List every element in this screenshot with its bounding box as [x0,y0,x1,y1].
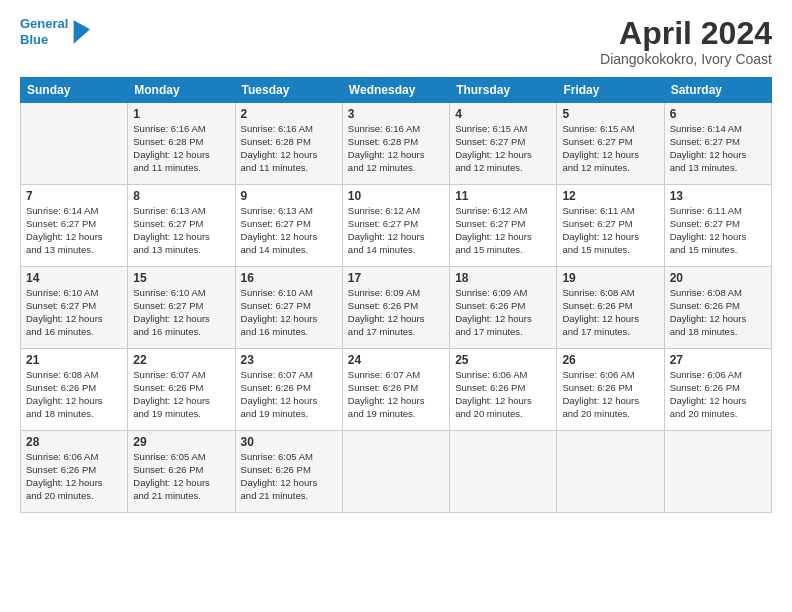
calendar-cell [450,431,557,513]
day-number: 17 [348,271,444,285]
col-header-friday: Friday [557,78,664,103]
title-section: April 2024 Diangokokokro, Ivory Coast [600,16,772,67]
day-number: 28 [26,435,122,449]
calendar-cell: 14Sunrise: 6:10 AMSunset: 6:27 PMDayligh… [21,267,128,349]
calendar-cell: 1Sunrise: 6:16 AMSunset: 6:28 PMDaylight… [128,103,235,185]
day-number: 10 [348,189,444,203]
day-info: Sunrise: 6:13 AMSunset: 6:27 PMDaylight:… [241,205,337,256]
calendar-cell: 10Sunrise: 6:12 AMSunset: 6:27 PMDayligh… [342,185,449,267]
day-info: Sunrise: 6:05 AMSunset: 6:26 PMDaylight:… [133,451,229,502]
calendar-cell [557,431,664,513]
calendar-cell [664,431,771,513]
day-info: Sunrise: 6:07 AMSunset: 6:26 PMDaylight:… [241,369,337,420]
day-number: 6 [670,107,766,121]
day-number: 15 [133,271,229,285]
day-info: Sunrise: 6:10 AMSunset: 6:27 PMDaylight:… [241,287,337,338]
calendar-cell: 19Sunrise: 6:08 AMSunset: 6:26 PMDayligh… [557,267,664,349]
col-header-saturday: Saturday [664,78,771,103]
day-number: 19 [562,271,658,285]
day-number: 3 [348,107,444,121]
day-number: 11 [455,189,551,203]
col-header-sunday: Sunday [21,78,128,103]
day-number: 13 [670,189,766,203]
day-info: Sunrise: 6:13 AMSunset: 6:27 PMDaylight:… [133,205,229,256]
week-row-3: 14Sunrise: 6:10 AMSunset: 6:27 PMDayligh… [21,267,772,349]
day-number: 21 [26,353,122,367]
calendar-cell: 26Sunrise: 6:06 AMSunset: 6:26 PMDayligh… [557,349,664,431]
calendar-cell: 20Sunrise: 6:08 AMSunset: 6:26 PMDayligh… [664,267,771,349]
calendar-cell: 4Sunrise: 6:15 AMSunset: 6:27 PMDaylight… [450,103,557,185]
logo-icon [70,20,90,44]
day-info: Sunrise: 6:08 AMSunset: 6:26 PMDaylight:… [562,287,658,338]
day-number: 12 [562,189,658,203]
day-number: 30 [241,435,337,449]
day-info: Sunrise: 6:07 AMSunset: 6:26 PMDaylight:… [133,369,229,420]
col-header-monday: Monday [128,78,235,103]
day-info: Sunrise: 6:16 AMSunset: 6:28 PMDaylight:… [241,123,337,174]
header-row: SundayMondayTuesdayWednesdayThursdayFrid… [21,78,772,103]
calendar-cell: 16Sunrise: 6:10 AMSunset: 6:27 PMDayligh… [235,267,342,349]
logo-text: General Blue [20,16,68,47]
day-number: 8 [133,189,229,203]
calendar-cell: 9Sunrise: 6:13 AMSunset: 6:27 PMDaylight… [235,185,342,267]
calendar-cell: 11Sunrise: 6:12 AMSunset: 6:27 PMDayligh… [450,185,557,267]
logo-line2: Blue [20,32,48,47]
day-info: Sunrise: 6:11 AMSunset: 6:27 PMDaylight:… [562,205,658,256]
week-row-2: 7Sunrise: 6:14 AMSunset: 6:27 PMDaylight… [21,185,772,267]
calendar-cell: 23Sunrise: 6:07 AMSunset: 6:26 PMDayligh… [235,349,342,431]
day-info: Sunrise: 6:10 AMSunset: 6:27 PMDaylight:… [133,287,229,338]
calendar-cell: 29Sunrise: 6:05 AMSunset: 6:26 PMDayligh… [128,431,235,513]
day-number: 9 [241,189,337,203]
day-info: Sunrise: 6:09 AMSunset: 6:26 PMDaylight:… [455,287,551,338]
day-info: Sunrise: 6:09 AMSunset: 6:26 PMDaylight:… [348,287,444,338]
calendar-cell: 21Sunrise: 6:08 AMSunset: 6:26 PMDayligh… [21,349,128,431]
location: Diangokokokro, Ivory Coast [600,51,772,67]
week-row-1: 1Sunrise: 6:16 AMSunset: 6:28 PMDaylight… [21,103,772,185]
day-number: 27 [670,353,766,367]
day-number: 29 [133,435,229,449]
calendar-cell: 15Sunrise: 6:10 AMSunset: 6:27 PMDayligh… [128,267,235,349]
header: General Blue April 2024 Diangokokokro, I… [20,16,772,67]
svg-marker-0 [74,20,90,44]
day-number: 25 [455,353,551,367]
day-number: 18 [455,271,551,285]
calendar-cell: 6Sunrise: 6:14 AMSunset: 6:27 PMDaylight… [664,103,771,185]
day-info: Sunrise: 6:06 AMSunset: 6:26 PMDaylight:… [455,369,551,420]
day-number: 20 [670,271,766,285]
day-info: Sunrise: 6:14 AMSunset: 6:27 PMDaylight:… [26,205,122,256]
day-number: 14 [26,271,122,285]
day-info: Sunrise: 6:15 AMSunset: 6:27 PMDaylight:… [455,123,551,174]
day-info: Sunrise: 6:12 AMSunset: 6:27 PMDaylight:… [348,205,444,256]
month-title: April 2024 [600,16,772,51]
day-info: Sunrise: 6:16 AMSunset: 6:28 PMDaylight:… [133,123,229,174]
day-info: Sunrise: 6:06 AMSunset: 6:26 PMDaylight:… [26,451,122,502]
day-number: 4 [455,107,551,121]
day-info: Sunrise: 6:15 AMSunset: 6:27 PMDaylight:… [562,123,658,174]
calendar-cell [342,431,449,513]
calendar-cell: 12Sunrise: 6:11 AMSunset: 6:27 PMDayligh… [557,185,664,267]
day-info: Sunrise: 6:10 AMSunset: 6:27 PMDaylight:… [26,287,122,338]
day-number: 16 [241,271,337,285]
day-number: 5 [562,107,658,121]
calendar-cell: 18Sunrise: 6:09 AMSunset: 6:26 PMDayligh… [450,267,557,349]
day-info: Sunrise: 6:14 AMSunset: 6:27 PMDaylight:… [670,123,766,174]
calendar-cell: 30Sunrise: 6:05 AMSunset: 6:26 PMDayligh… [235,431,342,513]
calendar-cell [21,103,128,185]
page: General Blue April 2024 Diangokokokro, I… [0,0,792,612]
calendar-cell: 7Sunrise: 6:14 AMSunset: 6:27 PMDaylight… [21,185,128,267]
day-number: 2 [241,107,337,121]
calendar-cell: 2Sunrise: 6:16 AMSunset: 6:28 PMDaylight… [235,103,342,185]
day-number: 1 [133,107,229,121]
calendar-cell: 13Sunrise: 6:11 AMSunset: 6:27 PMDayligh… [664,185,771,267]
day-info: Sunrise: 6:05 AMSunset: 6:26 PMDaylight:… [241,451,337,502]
logo-line1: General [20,16,68,31]
calendar-cell: 28Sunrise: 6:06 AMSunset: 6:26 PMDayligh… [21,431,128,513]
day-number: 23 [241,353,337,367]
day-info: Sunrise: 6:08 AMSunset: 6:26 PMDaylight:… [26,369,122,420]
week-row-4: 21Sunrise: 6:08 AMSunset: 6:26 PMDayligh… [21,349,772,431]
col-header-wednesday: Wednesday [342,78,449,103]
day-info: Sunrise: 6:06 AMSunset: 6:26 PMDaylight:… [562,369,658,420]
col-header-tuesday: Tuesday [235,78,342,103]
calendar-cell: 25Sunrise: 6:06 AMSunset: 6:26 PMDayligh… [450,349,557,431]
calendar-table: SundayMondayTuesdayWednesdayThursdayFrid… [20,77,772,513]
